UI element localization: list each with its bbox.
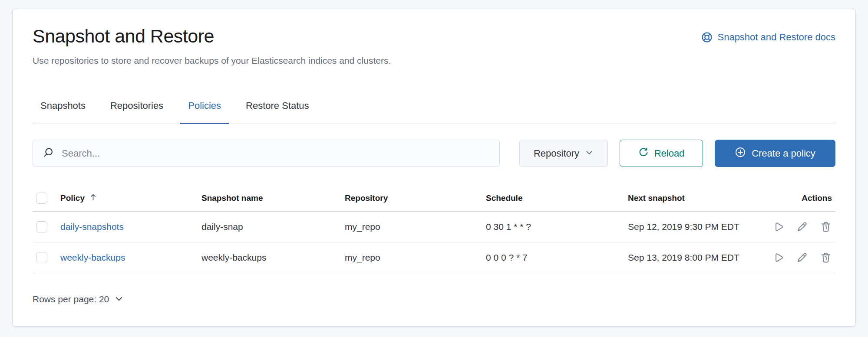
search-input[interactable]: [33, 140, 499, 167]
trash-icon: [820, 221, 832, 233]
repository-cell: my_repo: [341, 212, 482, 242]
refresh-icon: [638, 147, 649, 160]
tab-policies[interactable]: Policies: [180, 100, 229, 124]
snapshot-name-cell: daily-snap: [198, 212, 341, 242]
row-actions: [789, 221, 832, 233]
pencil-icon: [796, 252, 808, 264]
row-select-cell: [33, 242, 57, 273]
repository-cell: my_repo: [341, 242, 482, 273]
row-checkbox[interactable]: [36, 252, 47, 263]
search-icon: [43, 147, 54, 160]
select-all-header-cell: [33, 186, 57, 212]
table-header-row: Policy Snapshot name Repository Schedule…: [33, 186, 835, 212]
page-title: Snapshot and Restore: [33, 25, 214, 47]
rows-per-page-label: Rows per page: 20: [33, 294, 109, 304]
table-row: weekly-backups weekly-backups my_repo 0 …: [33, 242, 835, 273]
table-row: daily-snapshots daily-snap my_repo 0 30 …: [33, 212, 835, 242]
policies-table: Policy Snapshot name Repository Schedule…: [33, 186, 835, 273]
delete-policy-button[interactable]: [820, 221, 832, 233]
column-header-repository: Repository: [341, 186, 482, 212]
toolbar: Repository Reload: [33, 140, 835, 167]
run-policy-button[interactable]: [772, 221, 784, 233]
column-header-next-snapshot: Next snapshot: [624, 186, 786, 212]
play-icon: [772, 221, 784, 233]
policy-link[interactable]: daily-snapshots: [60, 222, 124, 232]
docs-link[interactable]: Snapshot and Restore docs: [701, 32, 835, 43]
snapshot-name-cell: weekly-backups: [198, 242, 341, 273]
reload-button-label: Reload: [654, 148, 685, 159]
tab-repositories[interactable]: Repositories: [102, 100, 171, 124]
column-header-policy[interactable]: Policy: [57, 186, 198, 212]
chevron-down-icon: [585, 148, 594, 160]
next-snapshot-cell: Sep 12, 2019 9:30 PM EDT: [624, 212, 786, 242]
tab-restore-status[interactable]: Restore Status: [238, 100, 317, 124]
chevron-down-icon: [114, 294, 124, 306]
column-header-policy-label: Policy: [60, 193, 85, 203]
create-policy-button-label: Create a policy: [752, 148, 815, 159]
play-icon: [772, 252, 784, 264]
snapshot-restore-panel: Snapshot and Restore Snapshot and Restor…: [12, 9, 856, 327]
schedule-cell: 0 0 0 ? * 7: [482, 242, 624, 273]
docs-link-label: Snapshot and Restore docs: [717, 32, 835, 43]
lifebuoy-docs-icon: [701, 32, 713, 43]
page-header: Snapshot and Restore Snapshot and Restor…: [33, 25, 835, 47]
sort-ascending-icon: [89, 193, 98, 204]
run-policy-button[interactable]: [772, 252, 784, 264]
repository-filter-label: Repository: [534, 148, 579, 159]
schedule-cell: 0 30 1 * * ?: [482, 212, 624, 242]
row-actions: [789, 252, 832, 264]
next-snapshot-cell: Sep 13, 2019 8:00 PM EDT: [624, 242, 786, 273]
column-header-schedule: Schedule: [482, 186, 624, 212]
select-all-checkbox[interactable]: [36, 193, 47, 204]
tab-snapshots[interactable]: Snapshots: [33, 100, 93, 124]
reload-button[interactable]: Reload: [620, 140, 703, 167]
policy-link[interactable]: weekly-backups: [60, 252, 125, 262]
plus-in-circle-icon: [735, 147, 746, 160]
pencil-icon: [796, 221, 808, 233]
edit-policy-button[interactable]: [796, 252, 808, 264]
search-box: [33, 140, 500, 167]
trash-icon: [820, 252, 832, 264]
create-policy-button[interactable]: Create a policy: [715, 140, 835, 167]
edit-policy-button[interactable]: [796, 221, 808, 233]
row-checkbox[interactable]: [36, 221, 47, 232]
page-subtitle: Use repositories to store and recover ba…: [33, 55, 835, 66]
column-header-snapshot-name: Snapshot name: [198, 186, 341, 212]
column-header-actions: Actions: [786, 186, 835, 212]
row-select-cell: [33, 212, 57, 242]
tab-bar: Snapshots Repositories Policies Restore …: [33, 100, 835, 124]
repository-filter-button[interactable]: Repository: [519, 140, 608, 167]
rows-per-page-control[interactable]: Rows per page: 20: [33, 292, 124, 306]
delete-policy-button[interactable]: [820, 252, 832, 264]
